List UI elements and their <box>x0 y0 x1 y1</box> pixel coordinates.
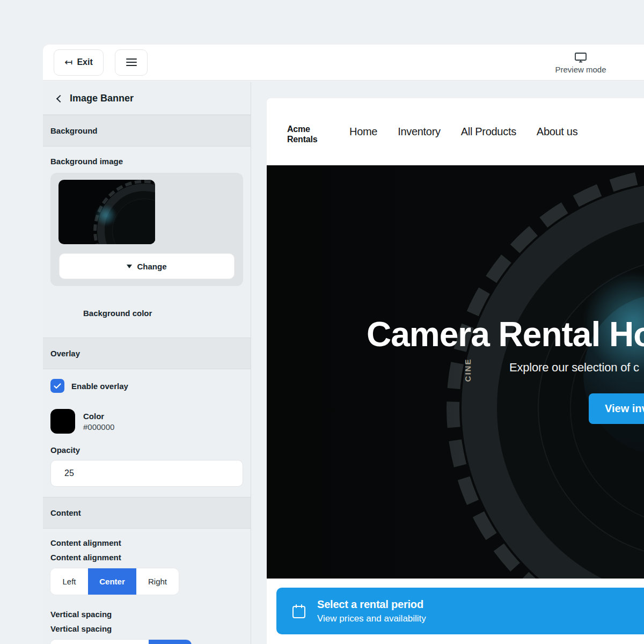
spacing-segment-3[interactable] <box>149 640 192 644</box>
vertical-spacing-label: Vertical spacing <box>50 624 251 633</box>
nav-link-inventory[interactable]: Inventory <box>398 126 441 138</box>
align-right-segment[interactable]: Right <box>136 568 179 595</box>
logo-line-2: Rentals <box>287 134 317 144</box>
spacing-segment-1[interactable] <box>50 640 94 644</box>
overlay-color-swatch[interactable] <box>50 409 75 434</box>
enable-overlay-label: Enable overlay <box>71 382 128 391</box>
align-center-segment[interactable]: Center <box>88 568 136 595</box>
overlay-color-value: #000000 <box>83 422 114 431</box>
site-logo[interactable]: Acme Rentals <box>287 124 317 144</box>
exit-arrow-icon: ↤ <box>64 57 72 67</box>
vertical-spacing-control <box>50 640 192 644</box>
change-label: Change <box>137 262 166 271</box>
content-alignment-control: Left Center Right <box>50 568 179 595</box>
background-image-thumbnail[interactable] <box>58 180 155 244</box>
lens-engraving-text: CINE <box>463 354 472 386</box>
preview-body: Select a rental period View prices and a… <box>267 579 644 644</box>
enable-overlay-checkbox[interactable] <box>50 379 64 393</box>
panel-title: Image Banner <box>70 93 134 104</box>
change-image-button[interactable]: Change <box>59 253 235 279</box>
banner-title: Select a rental period <box>317 598 426 611</box>
hero-subheading: Explore our selection of c <box>509 361 639 375</box>
app-window: ↤ Exit Preview mode Image Banner Backgro… <box>0 0 644 644</box>
section-header-overlay: Overlay <box>43 338 251 369</box>
menu-button[interactable] <box>115 49 148 76</box>
content-alignment-label: Content alignment <box>50 538 251 547</box>
background-image-label: Background image <box>50 157 251 166</box>
dropdown-triangle-icon <box>127 265 132 268</box>
checkmark-icon <box>54 383 61 389</box>
site-nav-links: Home Inventory All Products About us <box>349 98 577 165</box>
hamburger-icon <box>126 58 137 60</box>
calendar-icon <box>291 603 306 619</box>
opacity-input[interactable] <box>50 460 243 487</box>
hero-heading: Camera Rental Ho <box>367 314 644 354</box>
section-header-content: Content <box>43 497 251 529</box>
hero-banner: CINE Camera Rental Ho Explore our select… <box>267 165 644 579</box>
preview-site-nav: Acme Rentals Home Inventory All Products… <box>267 98 644 165</box>
vertical-spacing-label: Vertical spacing <box>50 610 251 619</box>
banner-subtitle: View prices and availability <box>317 613 426 624</box>
align-left-segment[interactable]: Left <box>50 568 88 595</box>
exit-button[interactable]: ↤ Exit <box>54 49 104 76</box>
nav-link-home[interactable]: Home <box>349 126 377 138</box>
preview-mode-toggle[interactable]: Preview mode <box>500 49 644 77</box>
background-image-card: Change <box>50 173 243 286</box>
overlay-color-label: Color <box>83 412 114 421</box>
opacity-label: Opacity <box>50 445 251 455</box>
background-color-label: Background color <box>83 309 251 318</box>
top-toolbar: ↤ Exit Preview mode <box>43 45 644 80</box>
spacing-segment-2[interactable] <box>94 640 149 644</box>
monitor-icon <box>574 52 587 63</box>
section-header-background: Background <box>43 115 251 147</box>
preview-mode-label: Preview mode <box>555 65 606 74</box>
enable-overlay-row: Enable overlay <box>50 379 251 393</box>
content-alignment-label: Content alignment <box>50 553 251 562</box>
nav-link-all-products[interactable]: All Products <box>461 126 516 138</box>
view-inventory-button[interactable]: View inv <box>589 393 644 424</box>
logo-line-1: Acme <box>287 124 317 134</box>
overlay-color-row: Color #000000 <box>50 409 251 434</box>
panel-header[interactable]: Image Banner <box>43 82 251 115</box>
nav-link-about-us[interactable]: About us <box>537 126 578 138</box>
settings-sidebar: Image Banner Background Background image… <box>43 82 251 644</box>
back-chevron-icon[interactable] <box>56 94 64 102</box>
exit-label: Exit <box>77 57 92 67</box>
rental-period-banner[interactable]: Select a rental period View prices and a… <box>276 588 644 634</box>
